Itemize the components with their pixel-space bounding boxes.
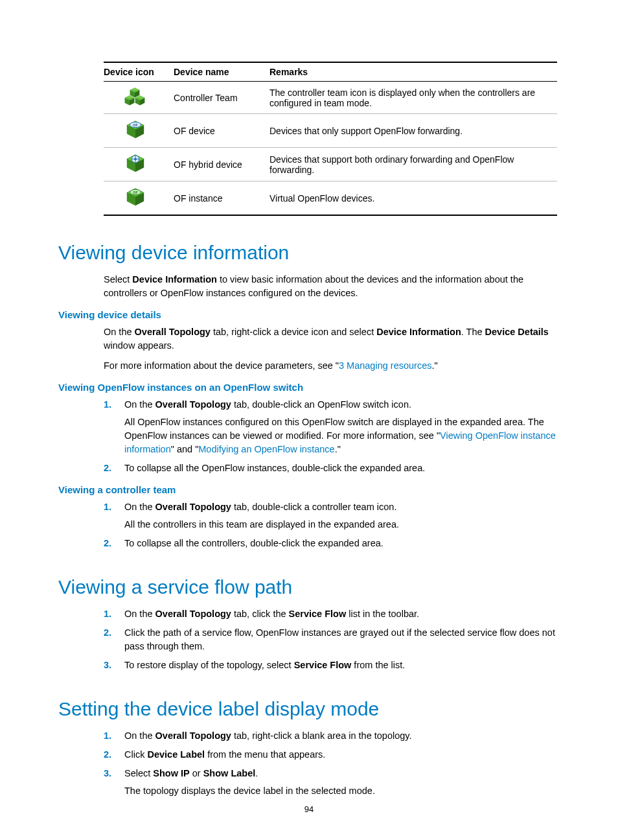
paragraph: The topology displays the device label i…: [124, 784, 560, 798]
step-number: 3.: [104, 659, 111, 672]
cell-device-name: OF device: [174, 114, 269, 148]
table-row: Controller Team The controller team icon…: [104, 82, 557, 114]
step-number: 2.: [104, 626, 111, 640]
svg-text:OF: OF: [133, 191, 138, 194]
device-icon-table: Device icon Device name Remarks Controll…: [104, 62, 557, 216]
heading-setting-device-label-display-mode: Setting the device label display mode: [58, 698, 560, 720]
cell-device-name: OF hybrid device: [174, 148, 269, 181]
list-item: 1. On the Overall Topology tab, double-c…: [104, 500, 560, 531]
list-item: 2. Click Device Label from the menu that…: [104, 748, 560, 762]
controller-team-icon: [124, 98, 147, 108]
of-device-icon: OF: [124, 132, 146, 142]
step-number: 1.: [104, 729, 111, 743]
cell-remarks: Virtual OpenFlow devices.: [269, 181, 557, 216]
heading-viewing-controller-team: Viewing a controller team: [58, 484, 560, 495]
step-list: 1. On the Overall Topology tab, double-c…: [104, 500, 560, 550]
step-number: 2.: [104, 461, 111, 475]
step-number: 3.: [104, 767, 111, 780]
list-item: 2. To collapse all the controllers, doub…: [104, 537, 560, 550]
step-number: 1.: [104, 500, 111, 514]
step-list: 1. On the Overall Topology tab, right-cl…: [104, 729, 560, 798]
heading-viewing-device-information: Viewing device information: [58, 242, 560, 264]
th-remarks: Remarks: [269, 62, 557, 82]
paragraph: For more information about the device pa…: [104, 359, 560, 373]
cell-remarks: Devices that only support OpenFlow forwa…: [269, 114, 557, 148]
of-hybrid-device-icon: [124, 165, 146, 176]
step-list: 1. On the Overall Topology tab, double-c…: [104, 398, 560, 475]
paragraph: On the Overall Topology tab, right-click…: [104, 325, 560, 353]
of-instance-icon: OF: [124, 199, 146, 209]
svg-text:OF: OF: [133, 123, 138, 127]
list-item: 1. On the Overall Topology tab, click th…: [104, 607, 560, 621]
page-number: 94: [0, 804, 618, 814]
step-list: 1. On the Overall Topology tab, click th…: [104, 607, 560, 672]
heading-viewing-openflow-instances: Viewing OpenFlow instances on an OpenFlo…: [58, 382, 560, 393]
link-managing-resources[interactable]: 3 Managing resources: [339, 360, 431, 371]
table-row: OF OF instance Virtual OpenFlow devices.: [104, 181, 557, 216]
list-item: 2. Click the path of a service flow, Ope…: [104, 626, 560, 653]
step-number: 2.: [104, 537, 111, 550]
list-item: 3. To restore display of the topology, s…: [104, 659, 560, 672]
step-number: 2.: [104, 748, 111, 762]
list-item: 1. On the Overall Topology tab, double-c…: [104, 398, 560, 456]
cell-device-name: Controller Team: [174, 82, 269, 114]
th-device-name: Device name: [174, 62, 269, 82]
list-item: 1. On the Overall Topology tab, right-cl…: [104, 729, 560, 743]
paragraph: All the controllers in this team are dis…: [124, 518, 560, 531]
link-modifying-openflow-instance[interactable]: Modifying an OpenFlow instance: [198, 444, 334, 454]
heading-viewing-device-details: Viewing device details: [58, 309, 560, 320]
paragraph: Select Device Information to view basic …: [104, 273, 560, 300]
heading-viewing-service-flow-path: Viewing a service flow path: [58, 576, 560, 598]
step-number: 1.: [104, 607, 111, 621]
table-row: OF OF device Devices that only support O…: [104, 114, 557, 148]
cell-device-name: OF instance: [174, 181, 269, 216]
list-item: 2. To collapse all the OpenFlow instance…: [104, 461, 560, 475]
cell-remarks: The controller team icon is displayed on…: [269, 82, 557, 114]
step-number: 1.: [104, 398, 111, 412]
cell-remarks: Devices that support both ordinary forwa…: [269, 148, 557, 181]
table-row: OF hybrid device Devices that support bo…: [104, 148, 557, 181]
paragraph: All OpenFlow instances configured on thi…: [124, 415, 560, 456]
th-device-icon: Device icon: [104, 62, 174, 82]
list-item: 3. Select Show IP or Show Label. The top…: [104, 767, 560, 798]
